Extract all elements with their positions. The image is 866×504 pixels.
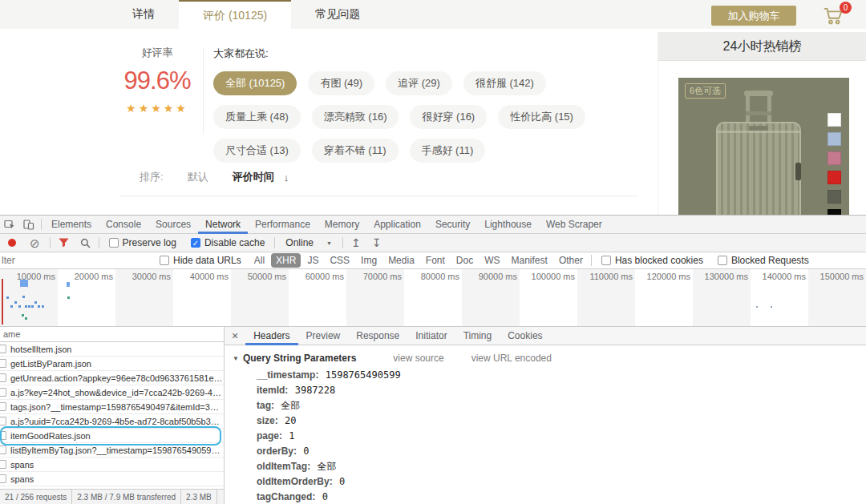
cart-badge: 0 bbox=[840, 2, 852, 14]
sort-label: 排序: bbox=[140, 170, 164, 184]
request-row[interactable]: tags.json?__timestamp=1598765490497&item… bbox=[0, 400, 224, 414]
request-type-filter[interactable]: Font bbox=[421, 253, 450, 268]
throttling-value: Online bbox=[285, 237, 314, 248]
request-row[interactable]: getUnread.action?appkey=96ee78c0d9633761… bbox=[0, 371, 224, 385]
devtools-tab[interactable]: Memory bbox=[318, 216, 366, 234]
sort-direction-arrow-icon[interactable]: ↓ bbox=[284, 171, 289, 183]
cart-icon bbox=[821, 15, 845, 29]
load-event-line bbox=[2, 279, 3, 325]
network-activity-dots bbox=[0, 269, 2, 271]
detail-tab[interactable]: Response bbox=[348, 327, 407, 345]
detail-tab[interactable]: Cookies bbox=[500, 327, 550, 345]
devtools-tab[interactable]: Performance bbox=[248, 216, 318, 234]
page: 详情评价 (10125)常见问题 加入购物车 0 好评率 99.6% ★★★★★… bbox=[0, 0, 866, 504]
request-row[interactable]: getListByParam.json bbox=[0, 357, 224, 371]
review-tag-pill[interactable]: 穿着不错 (11) bbox=[312, 139, 399, 163]
devtools-tab[interactable]: Security bbox=[428, 216, 477, 234]
request-type-filter[interactable]: XHR bbox=[271, 253, 301, 268]
devtools-tab[interactable]: Sources bbox=[148, 216, 198, 234]
request-type-filter[interactable]: CSS bbox=[325, 253, 354, 268]
detail-tab[interactable]: Initiator bbox=[407, 327, 455, 345]
devtools-tab[interactable]: Console bbox=[99, 216, 148, 234]
name-column-header[interactable]: ame bbox=[0, 327, 224, 342]
disclosure-triangle-icon[interactable]: ▼ bbox=[233, 355, 239, 362]
review-tag-pill[interactable]: 追评 (29) bbox=[386, 71, 452, 95]
view-source-link[interactable]: view source bbox=[393, 353, 443, 364]
preserve-log-checkbox[interactable]: Preserve log bbox=[109, 237, 176, 248]
product-image[interactable]: 6色可选 bbox=[678, 78, 849, 215]
search-icon[interactable] bbox=[80, 238, 91, 248]
product-review-section: 详情评价 (10125)常见问题 加入购物车 0 好评率 99.6% ★★★★★… bbox=[0, 0, 866, 215]
detail-tab[interactable]: Preview bbox=[298, 327, 349, 345]
detail-tab[interactable]: Headers bbox=[245, 327, 297, 345]
query-param: __timestamp 1598765490599 bbox=[257, 368, 866, 383]
clear-icon[interactable]: ⊘ bbox=[30, 237, 40, 249]
review-tag-pill[interactable]: 有图 (49) bbox=[308, 71, 374, 95]
separator bbox=[41, 219, 42, 230]
filter-icon[interactable] bbox=[59, 238, 69, 248]
filter-input[interactable] bbox=[0, 255, 152, 266]
product-tab[interactable]: 详情 bbox=[108, 0, 179, 29]
request-name: itemGoodRates.json bbox=[10, 429, 91, 443]
request-name: listByItemByTag.json?__timestamp=1598765… bbox=[10, 443, 224, 458]
devtools-tab[interactable]: Network bbox=[198, 216, 248, 234]
color-swatch bbox=[828, 151, 841, 165]
request-row[interactable]: a.js?uuid=7cca242b-9269-4b5e-ad72-8cabf5… bbox=[0, 414, 224, 429]
color-swatch bbox=[828, 132, 841, 146]
cart-button[interactable]: 0 bbox=[821, 4, 848, 28]
review-tag-pill[interactable]: 尺寸合适 (13) bbox=[213, 139, 301, 163]
product-tab[interactable]: 评价 (10125) bbox=[179, 0, 291, 29]
request-rows: hotsellItem.json getListByParam.json get… bbox=[0, 342, 224, 489]
request-type-filter[interactable]: JS bbox=[302, 253, 323, 268]
review-tag-pill[interactable]: 手感好 (11) bbox=[410, 139, 486, 163]
network-overview-timeline[interactable]: 10000 ms20000 ms30000 ms40000 ms50000 ms… bbox=[0, 269, 866, 327]
disable-cache-checkbox[interactable]: ✓ Disable cache bbox=[191, 237, 265, 248]
hot-sales-panel[interactable]: 24小时热销榜 6色可选 bbox=[658, 32, 866, 215]
param-name: __timestamp bbox=[257, 369, 318, 381]
review-tag-pill[interactable]: 性价比高 (15) bbox=[498, 105, 585, 129]
request-type-filter[interactable]: Doc bbox=[451, 253, 478, 268]
close-icon[interactable]: × bbox=[225, 329, 245, 342]
view-url-encoded-link[interactable]: view URL encoded bbox=[471, 353, 552, 364]
has-blocked-cookies-checkbox[interactable]: Has blocked cookies bbox=[601, 255, 703, 266]
product-tab[interactable]: 常见问题 bbox=[291, 0, 384, 29]
record-icon[interactable] bbox=[8, 239, 16, 247]
request-type-filter[interactable]: Img bbox=[356, 253, 382, 268]
request-type-filter[interactable]: Manifest bbox=[507, 253, 552, 268]
query-param: oldItemOrderBy 0 bbox=[257, 474, 866, 490]
devtools-tab[interactable]: Web Scraper bbox=[539, 216, 609, 234]
throttling-dropdown[interactable]: Online ▼ bbox=[285, 237, 332, 248]
devtools-tab[interactable]: Lighthouse bbox=[477, 216, 539, 234]
section-title[interactable]: Query String Parameters bbox=[243, 353, 356, 364]
request-type-filter[interactable]: All bbox=[249, 253, 269, 268]
request-type-filter[interactable]: Other bbox=[554, 253, 588, 268]
device-toolbar-icon[interactable] bbox=[19, 216, 38, 233]
inspect-element-icon[interactable] bbox=[0, 216, 19, 233]
sort-option[interactable]: 默认 bbox=[188, 170, 208, 184]
hide-data-urls-checkbox[interactable]: Hide data URLs bbox=[160, 255, 241, 266]
devtools-tab[interactable]: Elements bbox=[44, 216, 99, 234]
export-har-icon[interactable]: ↧ bbox=[372, 237, 382, 248]
request-row[interactable]: listByItemByTag.json?__timestamp=1598765… bbox=[0, 443, 224, 458]
request-row[interactable]: a.js?key=24hot_show&device_id=7cca242b-9… bbox=[0, 385, 224, 400]
import-har-icon[interactable]: ↥ bbox=[351, 237, 361, 248]
request-row[interactable]: spans bbox=[0, 458, 224, 472]
review-tag-pill[interactable]: 全部 (10125) bbox=[213, 71, 297, 95]
sort-option[interactable]: 评价时间 bbox=[233, 170, 274, 184]
request-row[interactable]: itemGoodRates.json bbox=[0, 429, 224, 443]
devtools-tab[interactable]: Application bbox=[366, 216, 428, 234]
request-type-filter[interactable]: WS bbox=[480, 253, 504, 268]
separator bbox=[99, 237, 99, 248]
review-tag-pill[interactable]: 质量上乘 (48) bbox=[213, 105, 301, 129]
review-tag-pill[interactable]: 很好穿 (16) bbox=[410, 105, 487, 129]
review-tag-pill[interactable]: 漂亮精致 (16) bbox=[312, 105, 399, 129]
detail-tab[interactable]: Timing bbox=[455, 327, 500, 345]
request-type-filter[interactable]: Media bbox=[383, 253, 419, 268]
request-doc-icon bbox=[0, 474, 6, 483]
add-to-cart-button[interactable]: 加入购物车 bbox=[711, 6, 796, 26]
status-segment: 21 / 256 requests bbox=[0, 490, 72, 504]
review-tag-pill[interactable]: 很舒服 (142) bbox=[463, 71, 546, 95]
blocked-requests-checkbox[interactable]: Blocked Requests bbox=[718, 255, 809, 266]
request-row[interactable]: hotsellItem.json bbox=[0, 342, 224, 357]
request-row[interactable]: spans bbox=[0, 472, 224, 486]
